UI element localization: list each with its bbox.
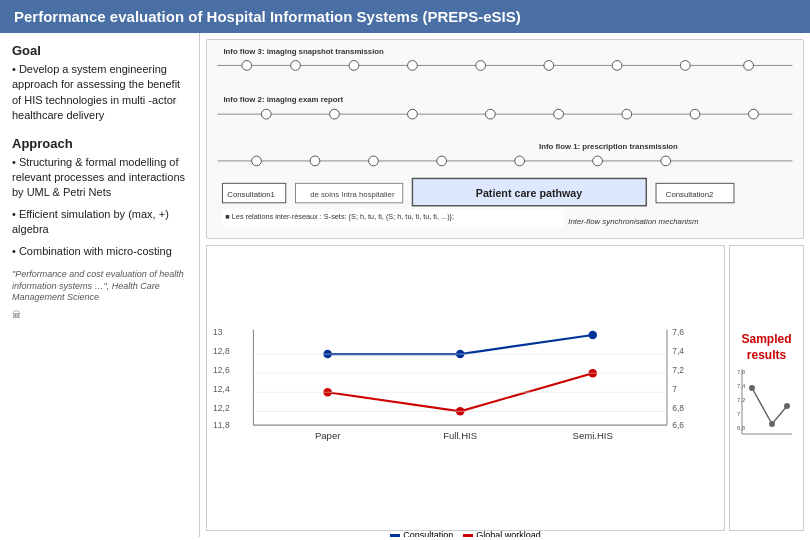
svg-text:■ Les relations inter-réseaux : ■ Les relations inter-réseaux : S-sets: … [225,212,454,221]
svg-text:Consultation2: Consultation2 [666,190,714,199]
svg-text:7: 7 [737,411,741,417]
svg-text:Info flow 1: prescription tran: Info flow 1: prescription transmission [539,142,678,151]
svg-text:6,6: 6,6 [737,425,746,431]
sampled-results-title: Sampled results [734,332,799,363]
svg-text:Inter-flow synchronisation mec: Inter-flow synchronisation mechanism [568,217,699,226]
svg-text:11,8: 11,8 [213,420,230,430]
legend-consultation-label: Consultation [403,530,453,537]
svg-text:Paper: Paper [315,430,341,441]
goal-title: Goal [12,43,187,58]
svg-text:7,2: 7,2 [737,397,746,403]
svg-point-23 [437,156,447,166]
svg-text:7,6: 7,6 [737,369,746,375]
content-area: Info flow 3: imaging snapshot transmissi… [200,33,810,537]
approach-title: Approach [12,136,187,151]
svg-point-12 [261,109,271,119]
svg-point-16 [554,109,564,119]
chart-legend: Consultation Global workload [211,530,720,537]
svg-point-19 [749,109,759,119]
svg-point-61 [589,331,597,339]
sampled-results-panel: Sampled results 7,6 7,4 7,2 7 6,6 [729,245,804,531]
svg-text:6,6: 6,6 [672,420,684,430]
approach-item-3: Combination with micro-costing [12,244,187,259]
svg-point-22 [369,156,379,166]
svg-point-76 [749,385,755,391]
svg-point-77 [769,421,775,427]
right-chart-svg: 7,6 7,4 7,2 7 6,6 [737,364,797,444]
svg-text:Patient care pathway: Patient care pathway [476,187,583,199]
legend-workload-label: Global workload [476,530,541,537]
diagram-area: Info flow 3: imaging snapshot transmissi… [206,39,804,239]
svg-text:12,8: 12,8 [213,346,230,356]
svg-point-13 [330,109,340,119]
svg-point-6 [408,61,418,71]
approach-item-2: Efficient simulation by (max, +) algebra [12,207,187,238]
chart-section: 13 12,8 12,6 12,4 12,2 11,8 7,6 7,4 7,2 … [206,245,804,531]
sidebar: Goal Develop a system engineering approa… [0,33,200,537]
svg-point-5 [349,61,359,71]
diagram-svg: Info flow 3: imaging snapshot transmissi… [211,44,799,234]
svg-text:Semi.HIS: Semi.HIS [573,430,613,441]
svg-text:Full.HIS: Full.HIS [443,430,477,441]
svg-text:13: 13 [213,327,223,337]
svg-point-18 [690,109,700,119]
svg-point-14 [408,109,418,119]
goal-item-1: Develop a system engineering approach fo… [12,62,187,124]
legend-consultation: Consultation [390,530,453,537]
svg-text:12,6: 12,6 [213,365,230,375]
svg-text:de soins Intra hospitalier: de soins Intra hospitalier [310,190,395,199]
svg-point-9 [612,61,622,71]
citation: "Performance and cost evaluation of heal… [12,269,187,304]
left-chart: 13 12,8 12,6 12,4 12,2 11,8 7,6 7,4 7,2 … [206,245,725,531]
approach-item-1: Structuring & formal modelling of releva… [12,155,187,201]
svg-text:7: 7 [672,384,677,394]
page-title: Performance evaluation of Hospital Infor… [14,8,521,25]
svg-text:Consultation1: Consultation1 [227,190,275,199]
svg-point-10 [680,61,690,71]
svg-point-3 [242,61,252,71]
svg-text:12,2: 12,2 [213,403,230,413]
left-chart-svg: 13 12,8 12,6 12,4 12,2 11,8 7,6 7,4 7,2 … [211,250,720,526]
svg-point-26 [661,156,671,166]
svg-point-8 [544,61,554,71]
svg-point-21 [310,156,320,166]
svg-point-7 [476,61,486,71]
svg-point-17 [622,109,632,119]
institution-logo: 🏛 [12,310,187,320]
svg-point-15 [486,109,496,119]
svg-point-24 [515,156,525,166]
page-header: Performance evaluation of Hospital Infor… [0,0,810,33]
svg-point-25 [593,156,603,166]
svg-point-11 [744,61,754,71]
legend-workload: Global workload [463,530,541,537]
svg-text:7,6: 7,6 [672,327,684,337]
svg-text:6,8: 6,8 [672,403,684,413]
svg-point-78 [784,403,790,409]
svg-text:7,2: 7,2 [672,365,684,375]
svg-text:7,4: 7,4 [672,346,684,356]
svg-point-4 [291,61,301,71]
svg-text:Info flow 2: imaging exam repo: Info flow 2: imaging exam report [223,95,343,104]
main-content: Goal Develop a system engineering approa… [0,33,810,537]
svg-text:7,4: 7,4 [737,383,746,389]
svg-point-20 [252,156,262,166]
svg-text:12,4: 12,4 [213,384,230,394]
svg-text:Info flow 3: imaging snapshot : Info flow 3: imaging snapshot transmissi… [223,47,384,56]
